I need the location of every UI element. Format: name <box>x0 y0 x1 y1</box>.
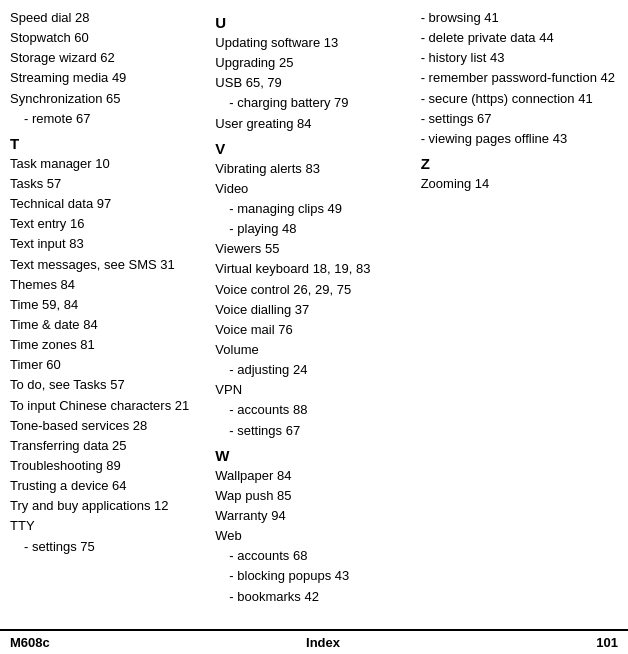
sub-item: - viewing pages offline 43 <box>421 129 618 149</box>
index-item: Transferring data 25 <box>10 436 207 456</box>
sub-item: - remember password-function 42 <box>421 68 618 88</box>
page-container: Speed dial 28 Stopwatch 60 Storage wizar… <box>0 0 628 654</box>
sub-item: - accounts 68 <box>215 546 412 566</box>
footer-page-number: 101 <box>596 635 618 650</box>
column-3: - browsing 41 - delete private data 44 -… <box>421 8 618 625</box>
index-item: Zooming 14 <box>421 174 618 194</box>
sub-item: - playing 48 <box>215 219 412 239</box>
index-item: USB 65, 79 <box>215 73 412 93</box>
sub-item: - bookmarks 42 <box>215 587 412 607</box>
section-letter-T: T <box>10 135 207 152</box>
index-item: Virtual keyboard 18, 19, 83 <box>215 259 412 279</box>
sub-item: - remote 67 <box>10 109 207 129</box>
footer-model: M608c <box>10 635 50 650</box>
index-item: Vibrating alerts 83 <box>215 159 412 179</box>
index-item: Technical data 97 <box>10 194 207 214</box>
index-item: Time & date 84 <box>10 315 207 335</box>
index-item: Voice control 26, 29, 75 <box>215 280 412 300</box>
sub-item: - blocking popups 43 <box>215 566 412 586</box>
index-item: Streaming media 49 <box>10 68 207 88</box>
index-item: Try and buy applications 12 <box>10 496 207 516</box>
index-item: Storage wizard 62 <box>10 48 207 68</box>
index-item: Text messages, see SMS 31 <box>10 255 207 275</box>
sub-item: - secure (https) connection 41 <box>421 89 618 109</box>
index-item: Timer 60 <box>10 355 207 375</box>
index-item: Volume <box>215 340 412 360</box>
sub-item: - settings 67 <box>215 421 412 441</box>
index-item: Upgrading 25 <box>215 53 412 73</box>
index-item: Voice dialling 37 <box>215 300 412 320</box>
index-item: Stopwatch 60 <box>10 28 207 48</box>
index-item: Speed dial 28 <box>10 8 207 28</box>
index-item: Viewers 55 <box>215 239 412 259</box>
index-item: User greating 84 <box>215 114 412 134</box>
sub-item: - charging battery 79 <box>215 93 412 113</box>
index-item: Synchronization 65 <box>10 89 207 109</box>
sub-item: - settings 67 <box>421 109 618 129</box>
index-item: Video <box>215 179 412 199</box>
column-1: Speed dial 28 Stopwatch 60 Storage wizar… <box>10 8 215 625</box>
index-item: Voice mail 76 <box>215 320 412 340</box>
index-item: Themes 84 <box>10 275 207 295</box>
sub-item: - adjusting 24 <box>215 360 412 380</box>
index-item: Wap push 85 <box>215 486 412 506</box>
section-letter-W: W <box>215 447 412 464</box>
index-item: Tasks 57 <box>10 174 207 194</box>
index-item: Tone-based services 28 <box>10 416 207 436</box>
index-item: Text input 83 <box>10 234 207 254</box>
section-letter-Z: Z <box>421 155 618 172</box>
index-item: Troubleshooting 89 <box>10 456 207 476</box>
sub-item: - history list 43 <box>421 48 618 68</box>
index-item: Time 59, 84 <box>10 295 207 315</box>
section-letter-V: V <box>215 140 412 157</box>
index-item: Updating software 13 <box>215 33 412 53</box>
footer: M608c Index 101 <box>0 629 628 654</box>
section-letter-U: U <box>215 14 412 31</box>
column-2: U Updating software 13 Upgrading 25 USB … <box>215 8 420 625</box>
sub-item: - managing clips 49 <box>215 199 412 219</box>
sub-item: - settings 75 <box>10 537 207 557</box>
sub-item: - accounts 88 <box>215 400 412 420</box>
index-item: TTY <box>10 516 207 536</box>
footer-index-label: Index <box>306 635 340 650</box>
index-item: Time zones 81 <box>10 335 207 355</box>
index-item: Task manager 10 <box>10 154 207 174</box>
index-item: VPN <box>215 380 412 400</box>
sub-item: - delete private data 44 <box>421 28 618 48</box>
index-item: Warranty 94 <box>215 506 412 526</box>
sub-item: - browsing 41 <box>421 8 618 28</box>
index-item: Wallpaper 84 <box>215 466 412 486</box>
index-item: To do, see Tasks 57 <box>10 375 207 395</box>
main-body: Speed dial 28 Stopwatch 60 Storage wizar… <box>0 0 628 625</box>
index-item: Web <box>215 526 412 546</box>
index-item: Text entry 16 <box>10 214 207 234</box>
index-item: Trusting a device 64 <box>10 476 207 496</box>
index-item: To input Chinese characters 21 <box>10 396 207 416</box>
